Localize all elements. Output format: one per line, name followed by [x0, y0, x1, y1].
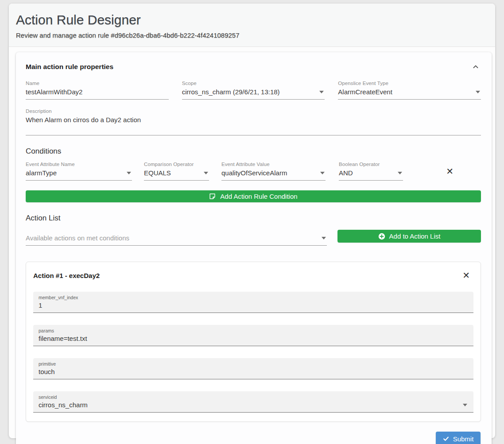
params-value: filename=test.txt	[39, 335, 468, 342]
main-rule-card: Main action rule properties Name testAla…	[16, 52, 492, 444]
submit-label: Submit	[453, 435, 474, 443]
page-header: Action Rule Designer Review and manage a…	[9, 4, 495, 47]
event-attribute-value-label: Event Attribute Value	[221, 162, 326, 167]
content-panel: Action Rule Designer Review and manage a…	[9, 4, 495, 438]
description-label: Description	[26, 108, 481, 114]
condition-row: Event Attribute Name alarmType Compariso…	[26, 162, 481, 181]
boolean-operator-select[interactable]: Boolean Operator AND	[339, 162, 403, 181]
params-field[interactable]: params filename=test.txt	[33, 325, 473, 346]
add-condition-button[interactable]: Add Action Rule Condition	[26, 190, 481, 202]
name-input[interactable]: Name testAlarmWithDay2	[26, 81, 169, 100]
remove-action-button[interactable]: ✕	[462, 271, 470, 280]
caret-down-icon	[322, 237, 326, 239]
boolean-operator-label: Boolean Operator	[339, 162, 403, 167]
check-icon	[443, 436, 449, 442]
primitive-label: primitive	[39, 361, 468, 367]
serviceid-select[interactable]: serviceid cirros_ns_charm	[33, 391, 473, 413]
serviceid-value: cirros_ns_charm	[39, 401, 459, 409]
serviceid-label: serviceid	[39, 394, 468, 400]
caret-down-icon	[127, 172, 131, 174]
add-condition-label: Add Action Rule Condition	[220, 193, 297, 200]
available-actions-placeholder: Available actions on met conditions	[26, 234, 318, 242]
scope-select[interactable]: Scope cirros_ns_charm (29/6/21, 13:18)	[182, 81, 325, 100]
comparison-operator-label: Comparison Operator	[144, 162, 209, 167]
event-type-value: AlarmCreateEvent	[338, 88, 472, 96]
member-vnf-index-label: member_vnf_index	[39, 295, 468, 300]
caret-down-icon	[320, 172, 325, 174]
caret-down-icon	[476, 91, 480, 93]
primitive-value: touch	[39, 368, 468, 375]
boolean-operator-value: AND	[339, 169, 394, 177]
close-icon: ✕	[446, 166, 454, 176]
action-item-card: Action #1 - execDay2 ✕ member_vnf_index …	[26, 262, 481, 422]
comparison-operator-value: EQUALS	[144, 169, 200, 177]
sticky-note-icon	[209, 193, 216, 200]
event-attribute-value-value: qualityOfServiceAlarm	[221, 169, 317, 177]
scope-value: cirros_ns_charm (29/6/21, 13:18)	[182, 88, 316, 96]
close-icon: ✕	[462, 270, 470, 280]
plus-circle-icon	[378, 233, 385, 240]
member-vnf-index-value: 1	[39, 301, 468, 309]
event-attribute-name-label: Event Attribute Name	[26, 162, 132, 167]
add-to-action-list-button[interactable]: Add to Action List	[337, 230, 481, 243]
event-attribute-name-select[interactable]: Event Attribute Name alarmType	[26, 162, 132, 181]
page-title: Action Rule Designer	[16, 12, 488, 27]
scope-label: Scope	[182, 81, 325, 86]
comparison-operator-select[interactable]: Comparison Operator EQUALS	[144, 162, 209, 181]
description-value: When Alarm on cirros do a Day2 action	[26, 116, 481, 124]
caret-down-icon	[398, 172, 402, 174]
page-subtitle: Review and manage action rule #d96cb26a-…	[16, 31, 488, 39]
description-input[interactable]: Description When Alarm on cirros do a Da…	[26, 108, 481, 135]
caret-down-icon	[204, 172, 208, 174]
remove-condition-button[interactable]: ✕	[446, 167, 454, 176]
conditions-heading: Conditions	[26, 147, 481, 156]
main-card-title: Main action rule properties	[26, 63, 113, 71]
submit-button[interactable]: Submit	[436, 432, 481, 444]
params-label: params	[39, 328, 468, 333]
collapse-panel-button[interactable]	[472, 63, 479, 70]
primitive-field[interactable]: primitive touch	[33, 358, 473, 379]
name-label: Name	[26, 81, 169, 86]
action-item-title: Action #1 - execDay2	[33, 272, 100, 279]
action-list-heading: Action List	[26, 214, 481, 223]
member-vnf-index-field[interactable]: member_vnf_index 1	[33, 292, 473, 313]
caret-down-icon	[319, 91, 324, 93]
event-type-select[interactable]: Openslice Event Type AlarmCreateEvent	[338, 81, 481, 100]
caret-down-icon	[463, 404, 467, 406]
chevron-up-icon	[472, 63, 479, 70]
add-to-action-list-label: Add to Action List	[389, 232, 441, 240]
event-type-label: Openslice Event Type	[338, 81, 481, 86]
event-attribute-value-select[interactable]: Event Attribute Value qualityOfServiceAl…	[221, 162, 326, 181]
name-value: testAlarmWithDay2	[26, 88, 169, 96]
event-attribute-name-value: alarmType	[26, 169, 123, 177]
available-actions-select[interactable]: Available actions on met conditions	[26, 228, 327, 246]
